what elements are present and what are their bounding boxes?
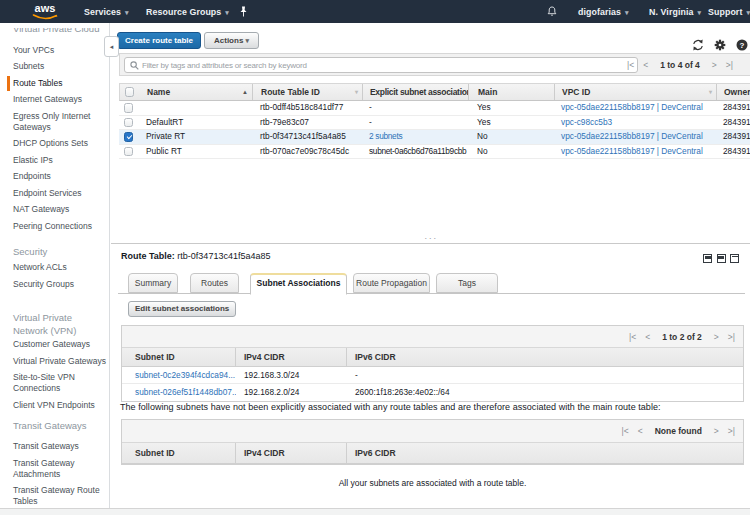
- table-row-selected[interactable]: Private RT rtb-0f34713c41f5a4a85 2 subne…: [119, 130, 750, 145]
- table-row[interactable]: Public RT rtb-070ac7e09c78c45dc subnet-0…: [119, 145, 750, 160]
- row-checkbox-checked[interactable]: [124, 132, 134, 142]
- select-all-checkbox-cell: [120, 84, 142, 100]
- tab-routes[interactable]: Routes: [190, 273, 239, 293]
- sidebar-item-virtual-private-gateways[interactable]: Virtual Private Gateways: [13, 353, 107, 370]
- table-pagination: |< < 1 to 4 of 4 > >|: [627, 54, 733, 75]
- aws-logo[interactable]: aws: [32, 3, 58, 21]
- table-tools: ?: [688, 38, 748, 51]
- empty-table-header-row: Subnet ID IPv4 CIDR IPv6 CIDR: [122, 442, 743, 464]
- vpc-id-link[interactable]: vpc-05dae221158bb8197 | DevCentral: [561, 102, 703, 112]
- pane-layout-split-icon[interactable]: [717, 254, 726, 263]
- paginator-last-icon[interactable]: >|: [728, 426, 735, 437]
- column-header-main[interactable]: Main: [469, 84, 555, 100]
- nav-notifications[interactable]: [547, 0, 557, 23]
- sidebar-item-endpoints[interactable]: Endpoints: [13, 169, 107, 186]
- table-row[interactable]: rtb-0dff4b518c841df77 - Yes vpc-05dae221…: [119, 101, 750, 116]
- filter-input[interactable]: [139, 59, 637, 71]
- cell-owner: 284391: [716, 101, 750, 115]
- nav-services[interactable]: Services ▾: [84, 0, 129, 23]
- paginator-first-icon[interactable]: |<: [629, 331, 636, 342]
- sidebar-item-dhcp-options-sets[interactable]: DHCP Options Sets: [13, 136, 107, 153]
- row-checkbox[interactable]: [124, 118, 134, 128]
- row-checkbox-cell: [119, 116, 141, 130]
- sidebar-item-transit-gateways[interactable]: Transit Gateways: [13, 439, 107, 456]
- paginator-next-icon[interactable]: >: [714, 426, 719, 437]
- column-header-owner[interactable]: Owner: [717, 84, 750, 100]
- help-icon[interactable]: ?: [736, 39, 748, 51]
- sidebar-item-nat-gateways[interactable]: NAT Gateways: [13, 202, 107, 219]
- column-header-explicit-subnet-association[interactable]: Explicit subnet association: [363, 84, 469, 100]
- sidebar-item-peering-connections[interactable]: Peering Connections: [13, 218, 107, 235]
- column-header-vpc-id[interactable]: VPC ID ▾: [555, 84, 717, 100]
- column-header-name[interactable]: Name ▲: [142, 84, 253, 100]
- select-all-checkbox[interactable]: [125, 87, 135, 97]
- create-route-table-button[interactable]: Create route table: [117, 32, 201, 49]
- paginator-next-icon[interactable]: >: [712, 59, 717, 70]
- gear-icon[interactable]: [714, 39, 726, 51]
- tab-subnet-associations[interactable]: Subnet Associations: [250, 273, 347, 295]
- pane-layout-detail-icon[interactable]: [730, 254, 739, 263]
- row-checkbox[interactable]: [124, 147, 134, 157]
- sidebar-item-site-to-site-vpn-connections[interactable]: Site-to-Site VPN Connections: [13, 370, 107, 398]
- sidebar-item-subnets[interactable]: Subnets: [13, 59, 107, 76]
- vpc-id-link[interactable]: vpc-05dae221158bb8197 | DevCentral: [561, 146, 703, 156]
- edit-subnet-associations-button[interactable]: Edit subnet associations: [128, 301, 236, 317]
- sidebar-item-endpoint-services[interactable]: Endpoint Services: [13, 185, 107, 202]
- cell-owner: 284391: [716, 130, 750, 144]
- cell-subnet-id: subnet-026ef51f1448db07...: [122, 384, 236, 401]
- sidebar-item-route-tables[interactable]: Route Tables: [13, 75, 107, 92]
- pane-resize-handle[interactable]: ···: [422, 234, 440, 242]
- nav-user-menu[interactable]: digofarias ▾: [578, 0, 629, 23]
- actions-button[interactable]: Actions ▾: [204, 32, 259, 49]
- refresh-icon[interactable]: [692, 39, 704, 51]
- nav-region-menu[interactable]: N. Virginia ▾: [649, 0, 701, 23]
- sidebar-item-client-vpn-endpoints[interactable]: Client VPN Endpoints: [13, 397, 107, 414]
- sidebar-item-network-acls[interactable]: Network ACLs: [13, 260, 107, 277]
- subnet-id-link[interactable]: subnet-026ef51f1448db07...: [135, 387, 236, 397]
- cell-main: Yes: [468, 101, 554, 115]
- sidebar-item-security-groups[interactable]: Security Groups: [13, 276, 107, 293]
- row-checkbox[interactable]: [124, 103, 134, 113]
- nav-resource-groups-label: Resource Groups: [146, 7, 221, 17]
- page-footer: [0, 508, 750, 515]
- nav-resource-groups[interactable]: Resource Groups ▾: [146, 0, 229, 23]
- cell-name: Private RT: [141, 130, 252, 144]
- nav-pin[interactable]: [239, 0, 248, 23]
- column-header-ipv4-cidr: IPv4 CIDR: [236, 443, 347, 463]
- paginator-last-icon[interactable]: >|: [728, 331, 735, 342]
- sidebar-item-customer-gateways[interactable]: Customer Gateways: [13, 337, 107, 354]
- cell-route-table-id: rtb-070ac7e09c78c45dc: [252, 145, 362, 159]
- tab-summary[interactable]: Summary: [128, 273, 178, 293]
- paginator-next-icon[interactable]: >: [714, 331, 719, 342]
- sidebar-item-elastic-ips[interactable]: Elastic IPs: [13, 152, 107, 169]
- column-header-owner-label: Owner: [724, 87, 750, 97]
- paginator-prev-icon[interactable]: <: [645, 331, 650, 342]
- sidebar-heading-vpn: Virtual Private Network (VPN): [13, 311, 107, 337]
- paginator-first-icon[interactable]: |<: [622, 426, 629, 437]
- column-header-route-table-id[interactable]: Route Table ID ▾: [253, 84, 363, 100]
- pagination-label: 1 to 2 of 2: [659, 332, 705, 342]
- sidebar-item-egress-only-internet-gateways[interactable]: Egress Only Internet Gateways: [13, 108, 107, 136]
- table-row[interactable]: DefaultRT rtb-79e83c07 - Yes vpc-c98cc5b…: [119, 116, 750, 131]
- tab-route-propagation[interactable]: Route Propagation: [353, 273, 430, 293]
- sidebar-item-internet-gateways[interactable]: Internet Gateways: [13, 92, 107, 109]
- subnets-link[interactable]: 2 subnets: [369, 131, 402, 141]
- paginator-first-icon[interactable]: |<: [627, 59, 634, 70]
- sidebar-item-your-vpcs[interactable]: Your VPCs: [13, 42, 107, 59]
- sidebar-item-transit-gateway-attachments[interactable]: Transit Gateway Attachments: [13, 455, 107, 483]
- tab-tags[interactable]: Tags: [436, 273, 498, 293]
- sidebar-item-transit-gateway-route-tables[interactable]: Transit Gateway Route Tables: [13, 483, 107, 509]
- empty-table-pagination: |< < None found > >|: [622, 420, 736, 442]
- nav-support-menu[interactable]: Support ▾: [708, 0, 750, 23]
- pane-layout-table-icon[interactable]: [703, 254, 712, 263]
- sidebar-collapse-handle[interactable]: ◂: [104, 36, 119, 57]
- cell-main: Yes: [468, 116, 554, 130]
- subnet-id-link[interactable]: subnet-0c2e394f4cdca94...: [135, 370, 235, 380]
- detail-tabs: Summary Routes Subnet Associations Route…: [118, 273, 745, 294]
- paginator-prev-icon[interactable]: <: [638, 426, 643, 437]
- cell-vpc-id: vpc-c98cc5b3: [554, 116, 716, 130]
- vpc-id-link[interactable]: vpc-05dae221158bb8197 | DevCentral: [561, 131, 703, 141]
- vpc-id-link[interactable]: vpc-c98cc5b3: [561, 117, 612, 127]
- paginator-prev-icon[interactable]: <: [643, 59, 648, 70]
- paginator-last-icon[interactable]: >|: [726, 59, 733, 70]
